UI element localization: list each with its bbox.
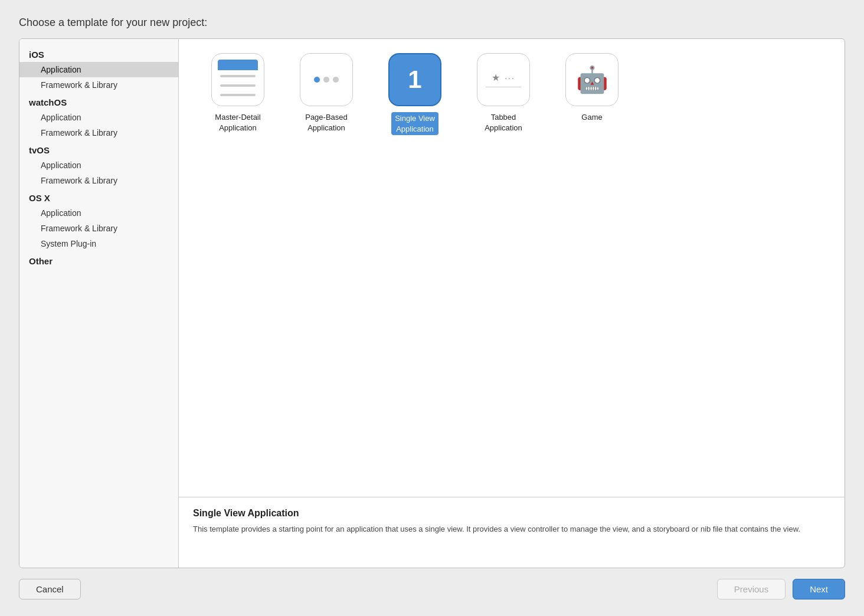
template-icon-tabbed: ★··· xyxy=(477,53,530,106)
template-icon-master-detail xyxy=(211,53,264,106)
sidebar-group-watchos[interactable]: watchOS xyxy=(19,93,178,110)
description-title: Single View Application xyxy=(193,508,830,519)
description-area: Single View Application This template pr… xyxy=(179,497,845,568)
cancel-button[interactable]: Cancel xyxy=(19,579,81,599)
right-panel: Master-Detail ApplicationPage-Based Appl… xyxy=(179,39,845,568)
template-item-page-based[interactable]: Page-Based Application xyxy=(285,53,368,135)
sidebar-item-tvos-application[interactable]: Application xyxy=(19,158,178,173)
bottom-bar: Cancel Previous Next xyxy=(19,568,845,599)
sidebar-item-ios-framework[interactable]: Framework & Library xyxy=(19,77,178,93)
template-icon-single-view: 1 xyxy=(388,53,441,106)
game-icon: 🤖 xyxy=(576,64,608,95)
next-button[interactable]: Next xyxy=(793,579,845,599)
sidebar-item-watchos-framework[interactable]: Framework & Library xyxy=(19,125,178,140)
previous-button[interactable]: Previous xyxy=(717,579,786,599)
dialog-title: Choose a template for your new project: xyxy=(19,17,845,29)
sidebar-item-osx-framework[interactable]: Framework & Library xyxy=(19,221,178,236)
template-item-game[interactable]: 🤖Game xyxy=(551,53,633,135)
main-content: iOSApplicationFramework & LibrarywatchOS… xyxy=(19,38,845,568)
template-item-master-detail[interactable]: Master-Detail Application xyxy=(197,53,279,135)
bottom-right-buttons: Previous Next xyxy=(717,579,845,599)
template-icon-page-based xyxy=(300,53,353,106)
sidebar-group-ios[interactable]: iOS xyxy=(19,45,178,62)
sidebar-group-other[interactable]: Other xyxy=(19,251,178,268)
template-label-tabbed: Tabbed Application xyxy=(485,112,522,133)
sidebar-item-ios-application[interactable]: Application xyxy=(19,62,178,77)
description-body: This template provides a starting point … xyxy=(193,523,830,535)
templates-area: Master-Detail ApplicationPage-Based Appl… xyxy=(179,39,845,497)
template-label-single-view: Single View Application xyxy=(391,112,438,135)
sidebar: iOSApplicationFramework & LibrarywatchOS… xyxy=(19,39,179,568)
template-label-page-based: Page-Based Application xyxy=(305,112,348,133)
sidebar-item-tvos-framework[interactable]: Framework & Library xyxy=(19,173,178,188)
single-view-number: 1 xyxy=(408,65,421,94)
template-item-single-view[interactable]: 1Single View Application xyxy=(374,53,456,135)
sidebar-item-osx-application[interactable]: Application xyxy=(19,205,178,221)
template-label-master-detail: Master-Detail Application xyxy=(215,112,260,133)
template-icon-game: 🤖 xyxy=(565,53,618,106)
sidebar-item-osx-plugin[interactable]: System Plug-in xyxy=(19,236,178,251)
template-item-tabbed[interactable]: ★···Tabbed Application xyxy=(462,53,545,135)
sidebar-item-watchos-application[interactable]: Application xyxy=(19,110,178,125)
template-label-game: Game xyxy=(581,112,602,123)
sidebar-group-os-x[interactable]: OS X xyxy=(19,188,178,205)
sidebar-group-tvos[interactable]: tvOS xyxy=(19,140,178,158)
